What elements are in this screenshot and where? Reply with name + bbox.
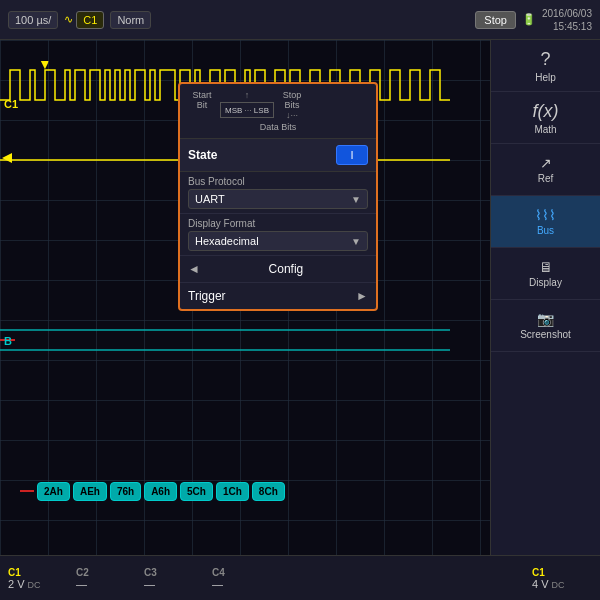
msb-label: MSB: [225, 106, 242, 115]
ch1-status: C1 2 V DC: [8, 567, 68, 590]
display-button[interactable]: 🖥 Display: [491, 248, 600, 300]
config-row[interactable]: ◄ Config: [180, 256, 376, 283]
bus-chip-1: AEh: [73, 482, 107, 501]
dropdown-arrow-2: ▼: [351, 236, 361, 247]
state-row: State I: [180, 139, 376, 172]
state-label: State: [188, 148, 336, 162]
bus-chip-4: 5Ch: [180, 482, 213, 501]
toolbar: 100 µs/ ∿ C1 Norm Stop 🔋 2016/06/03 15:4…: [0, 0, 600, 40]
bus-chip-0: 2Ah: [37, 482, 70, 501]
ch1b-status: C1 4 V DC: [532, 567, 592, 590]
ch1-indicator: ∿: [64, 13, 73, 26]
display-format-label: Display Format: [188, 218, 368, 229]
bus-chip-6: 8Ch: [252, 482, 285, 501]
bus-chips-row: 2Ah AEh 76h A6h 5Ch 1Ch 8Ch: [20, 477, 480, 505]
screenshot-button[interactable]: 📷 Screenshot: [491, 300, 600, 352]
popup-panel: Start Bit ↑ MSB ··· LSB Stop: [178, 82, 378, 311]
bus-chip-2: 76h: [110, 482, 141, 501]
trigger-label: Trigger: [188, 289, 356, 303]
svg-text:B: B: [4, 335, 12, 347]
ch3-status: C3 —: [144, 567, 204, 590]
data-bits-label: Data Bits: [188, 122, 368, 132]
datetime-display: 2016/06/03 15:45:13: [542, 7, 592, 33]
ch4-status: C4 —: [212, 567, 272, 590]
bus-protocol-select[interactable]: UART ▼: [188, 189, 368, 209]
bus-protocol-label: Bus Protocol: [188, 176, 368, 187]
bus-chip-5: 1Ch: [216, 482, 249, 501]
display-format-row: Display Format Hexadecimal ▼: [180, 214, 376, 256]
bus-protocol-row: Bus Protocol UART ▼: [180, 172, 376, 214]
help-icon: ?: [540, 49, 550, 70]
dropdown-arrow: ▼: [351, 194, 361, 205]
ref-icon: ↗: [540, 155, 552, 171]
main-area: ▼: [0, 40, 600, 555]
bus-button[interactable]: ⌇⌇⌇ Bus: [491, 196, 600, 248]
channel-selector[interactable]: C1: [76, 11, 104, 29]
ch2-status: C2 —: [76, 567, 136, 590]
battery-icon: 🔋: [522, 13, 536, 26]
start-bit-label: Start: [188, 90, 216, 100]
help-button[interactable]: ? Help: [491, 40, 600, 92]
waveform-area: ▼: [0, 40, 490, 555]
data-bits-diagram: Start Bit ↑ MSB ··· LSB Stop: [180, 84, 376, 139]
trigger-row[interactable]: Trigger ►: [180, 283, 376, 309]
status-bar: C1 2 V DC C2 — C3 — C4 — C1 4 V DC: [0, 555, 600, 600]
right-panel: ? Help f(x) Math ↗ Ref ⌇⌇⌇ Bus 🖥 Display…: [490, 40, 600, 555]
bus-chip-3: A6h: [144, 482, 177, 501]
stop-bits-label: Stop: [278, 90, 306, 100]
svg-text:C1: C1: [4, 98, 18, 110]
display-icon: 🖥: [539, 259, 553, 275]
config-label: Config: [204, 262, 368, 276]
config-left-arrow: ◄: [188, 262, 200, 276]
oscilloscope-screen: 100 µs/ ∿ C1 Norm Stop 🔋 2016/06/03 15:4…: [0, 0, 600, 600]
trigger-arrow: ►: [356, 289, 368, 303]
bus-icon: ⌇⌇⌇: [535, 207, 556, 223]
camera-icon: 📷: [537, 311, 554, 327]
stop-button[interactable]: Stop: [475, 11, 516, 29]
display-format-select[interactable]: Hexadecimal ▼: [188, 231, 368, 251]
timebase-display[interactable]: 100 µs/: [8, 11, 58, 29]
trigger-mode[interactable]: Norm: [110, 11, 151, 29]
lsb-label: LSB: [254, 106, 269, 115]
math-button[interactable]: f(x) Math: [491, 92, 600, 144]
state-toggle[interactable]: I: [336, 145, 368, 165]
ref-button[interactable]: ↗ Ref: [491, 144, 600, 196]
fx-icon: f(x): [533, 101, 559, 122]
